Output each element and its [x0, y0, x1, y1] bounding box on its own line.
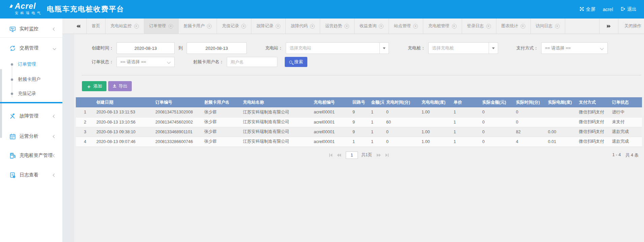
sidebar-item-log-viewer[interactable]: 日志查看 — [0, 170, 62, 180]
tab-recharge-records[interactable]: 充值记录 ✕ — [217, 19, 251, 34]
next-page-button[interactable] — [377, 153, 381, 157]
column-header[interactable]: 充电桩编号 — [312, 97, 350, 107]
table-cell: 张少群 — [202, 117, 241, 127]
sidebar-item-recharge-records[interactable]: 充值记录 — [0, 90, 62, 98]
table-cell — [546, 107, 577, 117]
column-header[interactable]: 射频卡用户名 — [202, 97, 241, 107]
column-header[interactable]: 创建日期 — [94, 97, 153, 107]
table-cell: 微信扫码支付 — [577, 107, 610, 117]
station-placeholder[interactable]: 选择充电站 — [286, 42, 379, 54]
pile-combobox[interactable]: 选择充电桩 — [428, 42, 498, 54]
column-header-rownum — [76, 97, 94, 107]
table-cell: 1 — [452, 117, 480, 127]
tabs-scroll-right-button[interactable] — [599, 19, 618, 34]
column-header[interactable]: 充电电能(度) — [420, 97, 452, 107]
filter-row-1: 创建时间： 到 充电站： 选择充电站 充电桩： 选择充电桩 支付方式： == 请… — [74, 42, 644, 54]
table-cell: acrel00001 — [312, 117, 350, 127]
tab-revenue-query[interactable]: 收益查询 ✕ — [355, 19, 389, 34]
column-header[interactable]: 支付方式 — [577, 97, 610, 107]
close-icon[interactable]: ✕ — [521, 24, 525, 29]
prev-page-button[interactable] — [337, 153, 341, 157]
station-dropdown-button[interactable] — [379, 42, 389, 54]
chevron-left-icon — [53, 135, 56, 138]
tab-fault-codes[interactable]: 故障代码 ✕ — [286, 19, 320, 34]
sidebar: 实时监控 交易管理 订单管理 射频卡用户 充值记录 故障管理 运营分析 — [0, 19, 62, 242]
tab-fault-records[interactable]: 故障记录 ✕ — [251, 19, 286, 34]
station-combobox[interactable]: 选择充电站 — [286, 42, 389, 54]
column-header[interactable]: 充电站名称 — [241, 97, 312, 107]
sidebar-item-order-management[interactable]: 订单管理 — [0, 60, 62, 68]
order-management-panel: 创建时间： 到 充电站： 选择充电站 充电桩： 选择充电桩 支付方式： == 请… — [74, 34, 644, 242]
close-icon[interactable]: ✕ — [310, 24, 315, 29]
close-icon[interactable]: ✕ — [344, 24, 349, 29]
fullscreen-button[interactable]: 全屏 — [577, 6, 597, 12]
pile-dropdown-button[interactable] — [489, 42, 498, 54]
export-button[interactable]: 导出 — [108, 81, 132, 91]
table-row[interactable]: 3 2020-08-13 09:38:10 2008133468901101 张… — [76, 127, 642, 137]
close-icon[interactable]: ✕ — [276, 24, 280, 29]
sidebar-item-transaction-management[interactable]: 交易管理 — [0, 43, 62, 53]
close-icon[interactable]: ✕ — [241, 24, 246, 29]
charging-pile-icon — [9, 152, 16, 159]
rfid-username-input[interactable] — [227, 57, 277, 67]
close-icon[interactable]: ✕ — [452, 24, 457, 29]
tab-site-management[interactable]: 站点管理 ✕ — [389, 19, 423, 34]
sidebar-item-realtime-monitor[interactable]: 实时监控 — [0, 24, 62, 34]
payment-method-select[interactable]: == 请选择 == — [541, 42, 608, 54]
tab-chart-statistics[interactable]: 图表统计 ✕ — [496, 19, 531, 34]
page-input[interactable] — [346, 151, 358, 159]
tab-rfid-users[interactable]: 射频卡用户 ✕ — [179, 19, 217, 34]
search-button[interactable]: 搜索 — [285, 57, 307, 67]
column-header[interactable]: 单价 — [452, 97, 480, 107]
close-operations-menu[interactable]: 关闭操作 — [618, 19, 644, 34]
logout-button[interactable]: 退出 — [618, 6, 639, 12]
column-header[interactable]: 实际金额(元) — [480, 97, 514, 107]
close-icon[interactable]: ✕ — [555, 24, 560, 29]
chevron-left-icon — [53, 154, 56, 157]
close-icon[interactable]: ✕ — [134, 24, 139, 29]
table-row[interactable]: 1 2020-08-13 13:11:53 2008134751302008 张… — [76, 107, 642, 117]
tab-home[interactable]: 首页 — [86, 19, 105, 34]
date-to-input[interactable] — [187, 42, 247, 54]
tab-pile-management[interactable]: 充电桩管理 ✕ — [423, 19, 462, 34]
column-header[interactable]: 订单编号 — [153, 97, 202, 107]
tab-operation-trends[interactable]: 运营趋势 ✕ — [320, 19, 355, 34]
close-icon[interactable]: ✕ — [379, 24, 384, 29]
username[interactable]: acrel — [601, 7, 615, 12]
close-icon[interactable]: ✕ — [486, 24, 491, 29]
sidebar-item-rfid-users[interactable]: 射频卡用户 — [0, 75, 62, 83]
column-header[interactable]: 金额(元 — [369, 97, 384, 107]
column-header[interactable]: 回路号 — [350, 97, 369, 107]
sidebar-item-charging-pile-assets[interactable]: 充电桩资产管理 — [0, 151, 62, 160]
first-page-button[interactable] — [329, 153, 332, 157]
add-button[interactable]: ＋ 添加 — [82, 81, 106, 91]
tab-visit-logs[interactable]: 访问日志 ✕ — [531, 19, 565, 34]
order-status-select[interactable]: == 请选择 == — [117, 57, 175, 67]
table-row[interactable]: 4 2020-08-13 09:07:46 2008133286600746 张… — [76, 137, 642, 146]
table-row[interactable]: 2 2020-08-13 13:10:56 2008134745602002 张… — [76, 117, 642, 127]
sidebar-active-group-bar — [0, 102, 62, 103]
tab-label: 运营趋势 — [325, 23, 342, 29]
column-header[interactable]: 充电时间(分) — [384, 97, 420, 107]
close-icon[interactable]: ✕ — [207, 24, 212, 29]
table-cell: 1 — [369, 127, 384, 137]
table-cell: acrel00001 — [312, 127, 350, 137]
date-from-input[interactable] — [117, 42, 175, 54]
column-header[interactable]: 实际电能(度) — [546, 97, 577, 107]
tab-login-logs[interactable]: 登录日志 ✕ — [462, 19, 496, 34]
last-page-button[interactable] — [386, 153, 389, 157]
column-header[interactable]: 订单状态 — [610, 97, 642, 107]
tab-station-monitor[interactable]: 充电站监控 ✕ — [105, 19, 144, 34]
sidebar-item-fault-management[interactable]: 故障管理 — [0, 111, 62, 121]
close-icon[interactable]: ✕ — [168, 24, 173, 29]
plus-icon: ＋ — [86, 84, 91, 89]
tab-order-management[interactable]: 订单管理 ✕ — [144, 19, 179, 34]
sidebar-item-operation-analysis[interactable]: 运营分析 — [0, 132, 62, 141]
column-header[interactable]: 实际时间(分) — [514, 97, 546, 107]
page-title: 电瓶车充电桩收费平台 — [47, 4, 124, 14]
fullscreen-label: 全屏 — [586, 6, 595, 12]
tabs-scroll-left-button[interactable] — [62, 19, 86, 34]
pile-placeholder[interactable]: 选择充电桩 — [428, 42, 489, 54]
table-cell: 退款完成 — [610, 127, 642, 137]
close-icon[interactable]: ✕ — [413, 24, 418, 29]
